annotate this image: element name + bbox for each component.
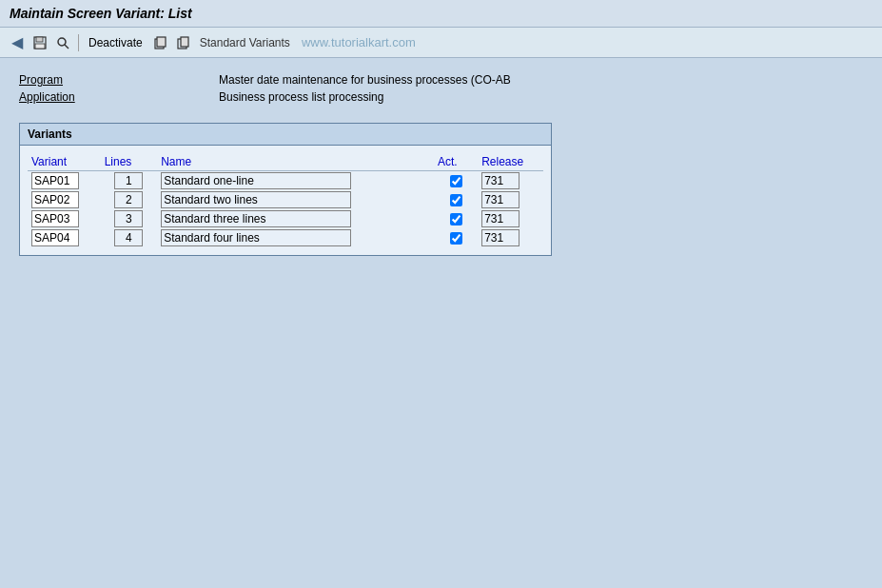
- save-icon[interactable]: [30, 33, 49, 52]
- release-input[interactable]: [481, 229, 519, 246]
- table-header-row: Variant Lines Name Act. Release: [28, 153, 543, 171]
- variant-input[interactable]: [31, 229, 79, 246]
- variants-table: Variant Lines Name Act. Release: [28, 153, 543, 247]
- release-input[interactable]: [481, 210, 519, 227]
- svg-rect-8: [181, 37, 188, 47]
- name-input[interactable]: [161, 210, 351, 227]
- act-checkbox[interactable]: [450, 175, 462, 187]
- title-bar: Maintain Screen Variant: List: [0, 0, 882, 28]
- svg-rect-6: [157, 37, 166, 47]
- svg-rect-1: [36, 37, 43, 42]
- lines-input[interactable]: [114, 191, 143, 208]
- back-icon[interactable]: ◀: [8, 33, 27, 52]
- lines-input[interactable]: [114, 229, 143, 246]
- page-title: Maintain Screen Variant: List: [10, 6, 872, 21]
- table-container: Variant Lines Name Act. Release: [20, 146, 551, 255]
- application-value: Business process list processing: [219, 90, 383, 104]
- toolbar: ◀ Deactivate Standard Variants www.tutor…: [0, 28, 882, 58]
- svg-line-4: [65, 45, 69, 49]
- program-value: Master date maintenance for business pro…: [219, 73, 511, 87]
- find-icon[interactable]: [53, 33, 72, 52]
- name-input[interactable]: [161, 191, 351, 208]
- move-icon[interactable]: [173, 33, 192, 52]
- name-input[interactable]: [161, 172, 351, 189]
- lines-input[interactable]: [114, 210, 143, 227]
- standard-variants-label: Standard Variants: [200, 36, 290, 49]
- table-row: [28, 228, 543, 247]
- variants-header: Variants: [20, 124, 551, 146]
- watermark: www.tutorialkart.com: [302, 35, 416, 49]
- variant-input[interactable]: [31, 191, 79, 208]
- release-input[interactable]: [481, 191, 519, 208]
- lines-input[interactable]: [114, 172, 143, 189]
- deactivate-button[interactable]: Deactivate: [85, 34, 147, 51]
- variant-input[interactable]: [31, 210, 79, 227]
- variant-input[interactable]: [31, 172, 79, 189]
- table-row: [28, 190, 543, 209]
- release-input[interactable]: [481, 172, 519, 189]
- copy-icon[interactable]: [150, 33, 169, 52]
- act-checkbox[interactable]: [450, 213, 462, 225]
- col-act: Act.: [434, 153, 478, 171]
- variants-panel: Variants Variant Lines Name Act. Release: [19, 123, 552, 256]
- act-checkbox[interactable]: [450, 194, 462, 206]
- table-row: [28, 209, 543, 228]
- svg-rect-2: [35, 44, 45, 49]
- program-label: Program: [19, 73, 219, 87]
- main-content: Program Master date maintenance for busi…: [0, 58, 882, 271]
- col-lines: Lines: [101, 153, 157, 171]
- application-label: Application: [19, 90, 219, 104]
- col-variant: Variant: [28, 153, 101, 171]
- table-row: [28, 171, 543, 191]
- separator-1: [78, 34, 79, 51]
- program-row: Program Master date maintenance for busi…: [19, 73, 863, 87]
- application-row: Application Business process list proces…: [19, 90, 863, 104]
- act-checkbox[interactable]: [450, 232, 462, 245]
- col-name: Name: [157, 153, 434, 171]
- svg-point-3: [58, 38, 66, 46]
- col-release: Release: [478, 153, 543, 171]
- name-input[interactable]: [161, 229, 351, 246]
